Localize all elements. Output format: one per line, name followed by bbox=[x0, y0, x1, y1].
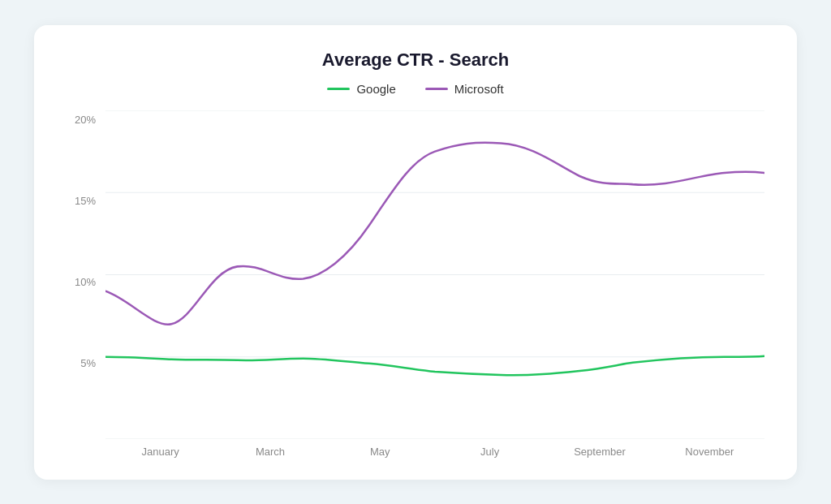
microsoft-line bbox=[105, 142, 764, 324]
x-label-may: May bbox=[325, 446, 435, 463]
x-label-jan: January bbox=[105, 446, 215, 463]
y-axis: 20% 15% 10% 5% bbox=[67, 110, 105, 463]
google-line bbox=[105, 355, 764, 374]
y-label-20: 20% bbox=[75, 114, 96, 126]
chart-card: Average CTR - Search Google Microsoft 20… bbox=[34, 25, 797, 480]
x-axis: January March May July September Novembe… bbox=[105, 439, 764, 463]
microsoft-legend-label: Microsoft bbox=[454, 82, 504, 96]
chart-title: Average CTR - Search bbox=[67, 50, 764, 71]
x-label-nov: November bbox=[655, 446, 764, 463]
y-label-10: 10% bbox=[75, 276, 96, 288]
x-label-sep: September bbox=[545, 446, 654, 463]
google-legend-line bbox=[327, 88, 350, 90]
chart-area: 20% 15% 10% 5% January Mar bbox=[67, 110, 764, 463]
x-label-jul: July bbox=[435, 446, 545, 463]
x-label-mar: March bbox=[215, 446, 325, 463]
microsoft-legend-line bbox=[425, 88, 448, 90]
legend-item-microsoft: Microsoft bbox=[425, 82, 504, 96]
legend-item-google: Google bbox=[327, 82, 395, 96]
google-legend-label: Google bbox=[356, 82, 395, 96]
y-label-15: 15% bbox=[75, 195, 96, 207]
chart-plot: January March May July September Novembe… bbox=[105, 110, 764, 463]
chart-svg bbox=[105, 110, 764, 439]
y-label-5: 5% bbox=[80, 357, 96, 369]
chart-legend: Google Microsoft bbox=[67, 82, 764, 96]
